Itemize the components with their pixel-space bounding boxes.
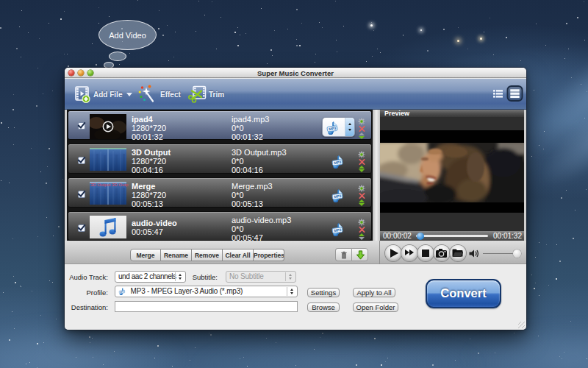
svg-text:MP3: MP3 bbox=[334, 227, 342, 233]
svg-text:MP3: MP3 bbox=[334, 160, 342, 165]
svg-text:MP3: MP3 bbox=[334, 194, 342, 199]
svg-text:MP3: MP3 bbox=[329, 126, 337, 131]
